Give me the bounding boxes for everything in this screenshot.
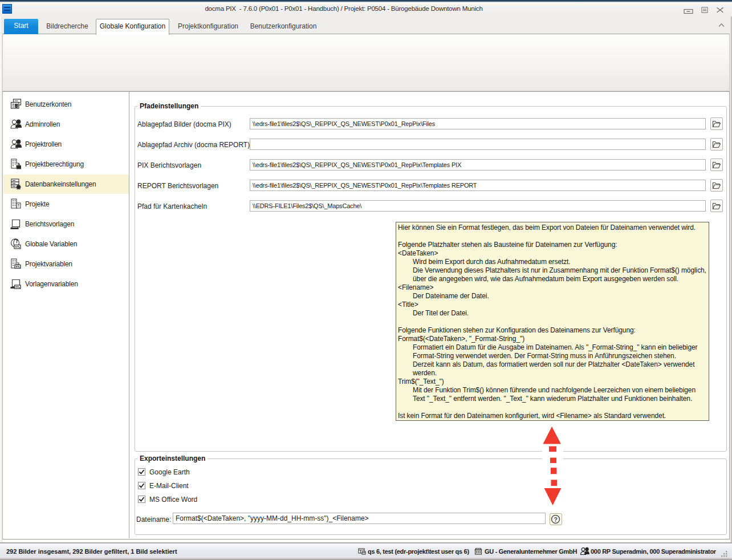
- svg-text:?: ?: [554, 516, 558, 523]
